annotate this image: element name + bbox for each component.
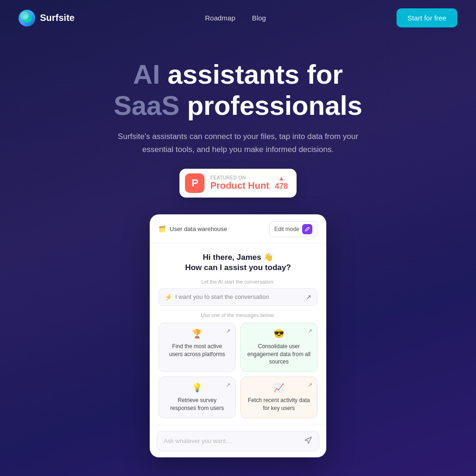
ask-input-area[interactable]: Ask whatever you want…: [157, 431, 319, 451]
hero-section: AI assistants for SaaS professionals Sur…: [0, 36, 476, 467]
chat-card: 🗂️ User data warehouse Edit mode Hi ther…: [150, 214, 326, 457]
edit-pencil-icon: [302, 224, 312, 234]
product-hunt-text: FEATURED ON Product Hunt: [210, 175, 269, 191]
convo-arrow-icon: ↗: [306, 293, 311, 301]
hero-ai-word: AI: [133, 59, 160, 89]
suggestion-card-3[interactable]: ↗ 💡 Retrieve survey responses from users: [159, 377, 236, 418]
send-icon: [304, 436, 312, 446]
ai-start-label: Let the AI start the conversation:: [159, 279, 317, 284]
card-footer: Ask whatever you want…: [150, 425, 326, 457]
navbar: Surfsite Roadmap Blog Start for free: [0, 0, 476, 36]
suggestion-text-4: Fetch recent activity data for key users: [246, 397, 311, 412]
suggestion-arrow-1: ↗: [226, 328, 231, 334]
ph-name: Product Hunt: [210, 180, 269, 191]
hero-line1-suffix: assistants for: [167, 59, 343, 89]
edit-mode-button[interactable]: Edit mode: [269, 221, 317, 237]
start-convo-text: I want you to start the conversation: [175, 293, 269, 300]
edit-mode-label: Edit mode: [274, 226, 299, 232]
ph-vote-count: 478: [275, 182, 288, 191]
nav-blog[interactable]: Blog: [252, 14, 266, 22]
greeting-sub-text: How can I assist you today?: [159, 263, 317, 272]
svg-point-0: [22, 13, 32, 23]
start-convo-button[interactable]: ⚡ I want you to start the conversation ↗: [159, 288, 317, 306]
suggestion-emoji-4: 📈: [246, 383, 311, 393]
suggestion-arrow-4: ↗: [308, 382, 312, 388]
hero-saas-word: SaaS: [113, 90, 179, 120]
card-body: Hi there, James 👋 How can I assist you t…: [150, 244, 326, 418]
suggestion-text-1: Find the most active users across platfo…: [165, 343, 230, 358]
warehouse-label: 🗂️ User data warehouse: [159, 225, 227, 232]
suggestion-text-2: Consolidate user engagement data from al…: [246, 343, 311, 366]
product-hunt-logo: P: [185, 173, 205, 193]
card-header: 🗂️ User data warehouse Edit mode: [150, 215, 326, 244]
convo-icon: ⚡: [165, 293, 172, 301]
suggestion-arrow-2: ↗: [308, 328, 312, 334]
ask-placeholder: Ask whatever you want…: [164, 437, 232, 444]
nav-links: Roadmap Blog: [205, 14, 266, 22]
greeting-text: Hi there, James 👋: [159, 252, 317, 262]
suggestion-text-3: Retrieve survey responses from users: [165, 397, 230, 412]
product-hunt-badge[interactable]: P FEATURED ON Product Hunt ▲ 478: [179, 169, 296, 198]
suggestion-grid: ↗ 🏆 Find the most active users across pl…: [159, 323, 317, 418]
suggestion-emoji-3: 💡: [165, 383, 230, 393]
start-for-free-button[interactable]: Start for free: [397, 8, 457, 27]
logo-icon: [19, 10, 35, 26]
suggestion-arrow-3: ↗: [226, 382, 231, 388]
hero-title: AI assistants for SaaS professionals: [9, 59, 467, 121]
suggestion-card-1[interactable]: ↗ 🏆 Find the most active users across pl…: [159, 323, 236, 372]
ph-featured-on-label: FEATURED ON: [210, 175, 245, 180]
suggestion-emoji-1: 🏆: [165, 329, 230, 339]
suggestion-card-4[interactable]: ↗ 📈 Fetch recent activity data for key u…: [240, 377, 317, 418]
hero-subtitle: Surfsite's assistants can connect to you…: [103, 130, 373, 155]
nav-roadmap[interactable]: Roadmap: [205, 14, 235, 22]
warehouse-emoji: 🗂️: [159, 225, 166, 232]
warehouse-text: User data warehouse: [170, 225, 227, 232]
svg-point-1: [23, 15, 28, 19]
messages-label: Use one of the messages below:: [159, 312, 317, 318]
ph-votes: ▲ 478: [275, 175, 288, 191]
suggestion-emoji-2: 😎: [246, 329, 311, 339]
ph-upvote-arrow: ▲: [278, 175, 284, 181]
hero-line2-suffix: professionals: [187, 90, 362, 120]
logo-text: Surfsite: [40, 13, 74, 23]
suggestion-card-2[interactable]: ↗ 😎 Consolidate user engagement data fro…: [240, 323, 317, 372]
logo[interactable]: Surfsite: [19, 10, 74, 26]
